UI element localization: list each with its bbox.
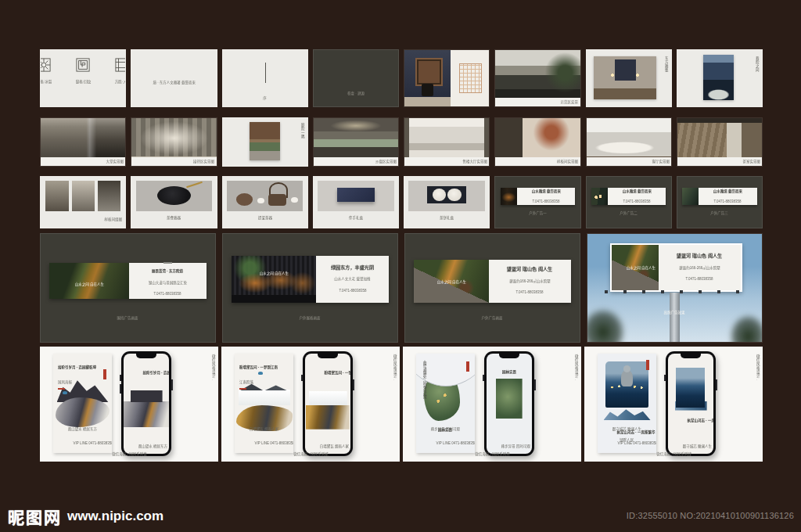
photo-caption: 售楼大厅实景图 xyxy=(463,159,488,164)
chapter-label: 卷壹 · 溯源 xyxy=(347,91,365,96)
phone-notch xyxy=(681,354,701,358)
panel-poster-4: 执掌山河志 · 一席揽繁华 湖畔人居 踞守城芯 瞰澜人生 VIP LINE 04… xyxy=(584,347,763,462)
stone-lion-art xyxy=(621,370,632,386)
seal-icon xyxy=(646,360,649,370)
card-tea-set: 提梁茶器 xyxy=(222,176,308,228)
card-gift-box: 伴手礼盒 xyxy=(313,176,399,228)
photo-slogan: 山水之间 自在人生 xyxy=(74,282,103,288)
board-caption: 户外广告画面 xyxy=(482,315,503,321)
photo-caption: 伴手礼盒 xyxy=(349,215,363,221)
power-button xyxy=(716,379,717,390)
card-courtyard-corner: 庭院一隅 xyxy=(222,117,308,167)
poster-garden-leaf: 曲径通幽处 · 园林自成境 园林实景 移步异景 四时可观 VIP LINE 04… xyxy=(416,354,475,453)
phone-notch xyxy=(318,354,338,358)
screen-title: 拾阶引岁月 · 造园藏乾坤 xyxy=(143,370,170,376)
tea-cake-disc xyxy=(433,189,446,201)
card-tea-room: 茶室实景图 xyxy=(677,117,763,167)
ad-banner: 山水雅境 载誉而来 T.0471-88038358 xyxy=(682,188,756,205)
volume-button xyxy=(120,384,121,394)
photo-caption: 样板间实景图 xyxy=(557,159,578,164)
ad-headline: 望蓝河 瑞山色 阅人生 xyxy=(507,267,552,274)
card-intro-text: 境 · 东方人文雅著 载誉而来 xyxy=(131,49,217,107)
volume-button xyxy=(120,375,121,381)
nipic-watermark: 昵图网 www.nipic.com xyxy=(8,505,163,528)
divider-label: 序 xyxy=(263,95,267,101)
card-lattice-patterns: 窗格·冰裂 窗格·回纹 方胜·入画 xyxy=(40,49,126,107)
card-hoarding-2: 山水之间 自在人生 绿园东方，丰盛光阴 山水人文大宅 载誉加推 T.0471-8… xyxy=(222,233,398,343)
lattice-flower-icon xyxy=(40,58,51,72)
ad-photo xyxy=(591,188,608,205)
card-living-room: 客厅实景图 xyxy=(586,117,672,167)
ad-label: 山水雅境 载誉而来 T.0471-88038358 xyxy=(517,188,576,205)
lattice-maze-icon xyxy=(76,58,90,72)
card-lobby: 大堂实景图 xyxy=(40,117,126,167)
tea-cake-disc xyxy=(447,189,461,201)
card-outdoor-ad-3: 山水雅境 载誉而来 T.0471-88038358 户外广告三 xyxy=(677,176,763,228)
tea-set-photo xyxy=(227,181,303,211)
photo-caption: 样板间组图 xyxy=(104,217,122,223)
ad-subline: 建面约166-266㎡山水院墅 xyxy=(679,265,720,271)
ad-headline: 绿园东方，丰盛光阴 xyxy=(331,264,374,271)
banner-label: 望蓝河 瑞山色 阅人生 建面约166-266㎡山水院墅 T.0471-88038… xyxy=(489,260,571,303)
ad-subline: 山水人文大宅 载誉加推 xyxy=(334,277,370,282)
volume-button xyxy=(301,375,303,381)
banner-label: 绿园东方，丰盛光阴 山水人文大宅 载誉加推 T.0471-88038358 xyxy=(316,256,389,304)
photo-caption: 茶食雅器 xyxy=(167,215,181,221)
photo-slogan: 山水之间 自在人生 xyxy=(627,265,656,271)
photo-collage xyxy=(45,181,120,211)
board-banner: 山水之间 自在人生 望蓝河 瑞山色 阅人生 建面约166-266㎡山水院墅 T.… xyxy=(414,260,571,303)
nipic-logo: 昵图网 xyxy=(8,505,62,528)
chair-silhouette xyxy=(422,84,433,96)
ad-headline: 望蓝河 瑞山色 阅人生 xyxy=(677,253,722,260)
artifact-photo xyxy=(404,50,451,106)
power-button xyxy=(534,379,536,390)
ad-caption: 户外广告三 xyxy=(711,211,729,217)
lattice-label: 窗格·回纹 xyxy=(75,79,91,84)
poster-title: 拾阶引岁月 · 造园藏乾坤 xyxy=(58,365,96,371)
side-caption: 庭院一隅 xyxy=(300,123,304,138)
board-caption: 高炮广告效果 xyxy=(664,311,685,316)
design-showcase-board: 窗格·冰裂 窗格·回纹 方胜·入画 境 · 东方人文雅著 载誉而来 序 卷壹 ·… xyxy=(0,0,801,532)
nipic-url: www.nipic.com xyxy=(67,509,163,524)
photo-caption: 茶室实景图 xyxy=(742,159,760,164)
board-caption: 户外展板画面 xyxy=(300,315,321,321)
ad-headline: 山水雅境 载誉而来 xyxy=(622,189,651,194)
console-photo xyxy=(594,56,656,99)
divider-line xyxy=(265,63,266,83)
phone-screen: 执掌山河志 · 一席揽繁华 踞守城芯 瞰澜人生 xyxy=(668,354,713,454)
photo-caption: 大堂实景图 xyxy=(106,159,124,164)
ad-banner: 山水雅境 载誉而来 T.0471-88038358 xyxy=(501,188,575,205)
card-hoarding-1: 山水之间 自在人生 丽景蓝湾 · 东方院境 湖山大道与景园路交汇处 T.0471… xyxy=(40,233,216,343)
seal-icon xyxy=(466,361,469,372)
poster-footer: 观山望水 栖居东方 xyxy=(68,426,97,432)
phone-notch xyxy=(499,354,519,358)
panel-poster-1: 拾阶引岁月 · 造园藏乾坤 国风海报 观山望水 栖居东方 VIP LINE 04… xyxy=(40,347,218,462)
poster-title: 曲径通幽处 · 园林自成境 xyxy=(422,361,428,399)
photo-caption: 沙盘区实景图 xyxy=(375,159,397,164)
intro-line: 境 · 东方人文雅著 载誉而来 xyxy=(153,80,196,85)
ad-photo xyxy=(682,188,699,205)
collage-photo xyxy=(72,181,95,211)
card-outdoor-ad-1: 山水雅境 载誉而来 T.0471-88038358 户外广告一 xyxy=(494,176,580,228)
white-houses-art xyxy=(239,390,290,405)
card-tea-plate: 茶食雅器 xyxy=(131,176,217,228)
banner-label: 丽景蓝湾 · 东方院境 湖山大道与景园路交汇处 T.0471-88038358 xyxy=(129,263,207,299)
red-accent xyxy=(239,388,246,390)
phone-mockup: 园林实景 移步异景 四时可观 xyxy=(484,351,534,456)
blue-bird-icon xyxy=(63,391,67,394)
gift-box-photo xyxy=(318,181,393,211)
poster-ink-pavilion: 拾阶引岁月 · 造园藏乾坤 国风海报 观山望水 栖居东方 VIP LINE 04… xyxy=(53,354,112,453)
card-model-area: 沙盘区实景图 xyxy=(313,117,399,167)
wall-panel xyxy=(615,59,636,80)
ad-headline: 山水雅境 载誉而来 xyxy=(531,189,560,194)
card-hoarding-3: 山水之间 自在人生 望蓝河 瑞山色 阅人生 建面约166-266㎡山水院墅 T.… xyxy=(404,233,580,343)
panel-poster-2: 粉墙黛瓦间 · 一梦到江南 江南院落 白墙黛瓦 烟雨人家 VIP LINE 04… xyxy=(221,347,400,462)
card-outdoor-ad-2: 山水雅境 载誉而来 T.0471-88038358 户外广告二 xyxy=(586,176,672,228)
card-alley-photo: 巷院之间 xyxy=(677,49,763,107)
card-hall: 售楼大厅实景图 xyxy=(404,117,490,167)
banner-photo: 山水之间 自在人生 xyxy=(232,256,316,304)
banner-photo: 山水之间 自在人生 xyxy=(414,260,489,303)
banner-photo: 山水之间 自在人生 xyxy=(49,263,129,299)
collage-photo xyxy=(98,181,120,211)
ad-subline: 建面约166-266㎡山水院墅 xyxy=(509,279,551,284)
